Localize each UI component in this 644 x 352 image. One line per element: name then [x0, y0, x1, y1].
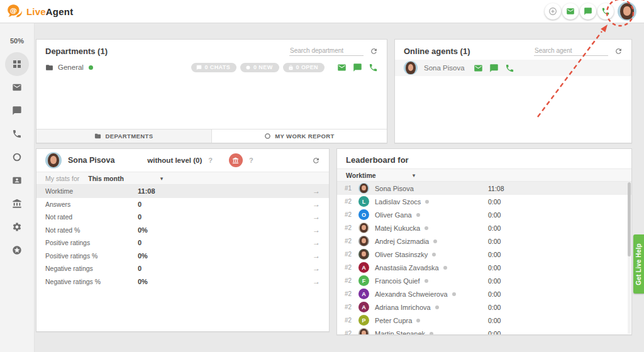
circle-icon — [245, 65, 251, 70]
user-avatar-button[interactable] — [618, 1, 638, 21]
sidebar-item-calls[interactable] — [0, 122, 35, 145]
refresh-icon[interactable] — [614, 47, 623, 55]
new-ticket-button[interactable] — [562, 3, 579, 19]
chat-icon[interactable] — [353, 63, 362, 72]
agent-name: Alexandra Schweierova — [375, 290, 448, 298]
department-row[interactable]: General 0 CHATS 0 NEW 0 OPEN — [36, 60, 387, 75]
leaderboard-row[interactable]: #2 Andrej Csizmadia 0:00 — [337, 234, 631, 248]
capacity-indicator: 50% — [10, 37, 24, 45]
sidebar-item-contacts[interactable] — [0, 168, 35, 192]
online-agent-row[interactable]: Sona Pisova — [395, 60, 631, 76]
stat-arrow-icon[interactable]: → — [313, 212, 320, 221]
stat-arrow-icon[interactable]: → — [313, 264, 320, 273]
stat-arrow-icon[interactable]: → — [313, 238, 320, 247]
metric-value: 11:08 — [488, 185, 504, 192]
rank-label: #2 — [345, 264, 358, 271]
rank-label: #2 — [345, 251, 358, 258]
metric-value: 0:00 — [488, 224, 501, 232]
sidebar-item-chats[interactable] — [0, 99, 35, 122]
departments-title: Departments (1) — [45, 47, 108, 56]
stat-label: Not rated — [45, 213, 72, 221]
leaderboard-row[interactable]: #2 P Peter Cupra 0:00 — [337, 314, 631, 327]
agent-avatar — [358, 328, 369, 335]
sidebar-item-help[interactable] — [0, 238, 35, 261]
refresh-icon[interactable] — [370, 47, 378, 55]
stat-arrow-icon[interactable]: → — [313, 277, 320, 286]
stat-row[interactable]: Negative ratings 0 → — [36, 262, 329, 275]
new-chat-button[interactable] — [580, 3, 596, 19]
add-button[interactable] — [545, 3, 561, 19]
stat-row[interactable]: Not rated 0 → — [36, 211, 329, 224]
phone-icon[interactable] — [369, 63, 378, 72]
sidebar-item-settings[interactable] — [0, 215, 35, 238]
chat-icon[interactable] — [489, 63, 499, 73]
caret-down-icon[interactable]: ▾ — [413, 172, 416, 179]
stat-value: 0% — [138, 226, 148, 234]
metric-value: 0:00 — [488, 238, 501, 245]
scrollbar-thumb[interactable] — [628, 182, 631, 256]
phone-icon[interactable] — [505, 63, 514, 73]
agent-avatar: A — [358, 289, 369, 299]
sidebar-item-sla[interactable] — [0, 145, 35, 168]
ring-icon — [264, 133, 271, 140]
get-live-help-tab[interactable]: Get Live Help — [633, 234, 644, 294]
stat-label: Negative ratings — [45, 265, 93, 272]
stat-row[interactable]: Negative ratings % 0% → — [36, 275, 329, 289]
scrollbar-track[interactable] — [628, 182, 631, 334]
online-agents-panel: Online agents (1) Sona Pisova — [394, 39, 632, 143]
logo-bubble-icon: @ — [6, 3, 23, 19]
leaderboard-row[interactable]: #2 A Adriana Imrichova 0:00 — [337, 300, 631, 314]
email-icon[interactable] — [474, 63, 483, 73]
metric-value: 0:00 — [488, 277, 501, 285]
agent-name: Oliver Stasinszky — [375, 251, 428, 258]
metric-value: 0:00 — [488, 290, 501, 298]
leaderboard-row[interactable]: #1 Sona Pisova 11:08 — [337, 182, 631, 195]
stat-arrow-icon[interactable]: → — [313, 251, 320, 260]
leaderboard-row[interactable]: #2 F Francois Quief 0:00 — [337, 274, 631, 287]
email-icon[interactable] — [337, 63, 347, 72]
department-search-input[interactable] — [289, 46, 364, 56]
metric-select[interactable]: Worktime — [346, 172, 376, 179]
stat-label: Positive ratings % — [45, 252, 97, 260]
stat-arrow-icon[interactable]: → — [313, 226, 320, 234]
rank-label: #2 — [345, 290, 358, 297]
ranking-badge — [229, 153, 243, 167]
liveagent-logo[interactable]: @ LiveAgent — [6, 3, 73, 19]
leaderboard-row[interactable]: #2 Martin Stepanek 0:00 — [337, 327, 631, 335]
leaderboard-row[interactable]: #2 A Anastasiia Zavadska 0:00 — [337, 261, 631, 274]
leaderboard-row[interactable]: #2 O Oliver Gana 0:00 — [337, 208, 631, 221]
period-select[interactable]: This month — [88, 175, 124, 182]
leaderboard-row[interactable]: #2 Oliver Stasinszky 0:00 — [337, 248, 631, 261]
stats-for-label: My stats for — [45, 175, 79, 182]
stat-row[interactable]: Not rated % 0% → — [36, 224, 329, 237]
sidebar-item-dashboard[interactable] — [0, 52, 35, 75]
stat-row[interactable]: Positive ratings % 0% → — [36, 250, 329, 263]
metric-value: 0:00 — [488, 211, 501, 219]
stat-arrow-icon[interactable]: → — [313, 200, 320, 209]
tab-departments[interactable]: DEPARTMENTS — [36, 129, 211, 143]
stat-row[interactable]: Answers 0 → — [36, 198, 329, 211]
sidebar-item-tickets[interactable] — [0, 75, 35, 99]
offline-status-dot — [416, 213, 420, 217]
agent-name: Anastasiia Zavadska — [375, 264, 439, 272]
leaderboard-row[interactable]: #2 A Alexandra Schweierova 0:00 — [337, 287, 631, 300]
refresh-icon[interactable] — [312, 157, 320, 165]
caret-down-icon[interactable]: ▾ — [160, 175, 164, 182]
stat-row[interactable]: Positive ratings 0 → — [36, 236, 329, 250]
email-icon — [12, 82, 22, 92]
leaderboard-row[interactable]: #2 L Ladislav Szocs 0:00 — [337, 195, 631, 208]
tab-my-work-report[interactable]: MY WORK REPORT — [211, 129, 387, 143]
stat-row[interactable]: Worktime 11:08 → — [36, 185, 329, 198]
chats-count-badge: 0 CHATS — [191, 63, 236, 72]
dashboard-grid-icon — [12, 59, 22, 69]
badge-help-icon[interactable]: ? — [249, 157, 253, 164]
rank-label: #2 — [345, 330, 358, 335]
offline-status-dot — [443, 266, 447, 270]
agent-search-input[interactable] — [534, 46, 608, 56]
level-help-icon[interactable]: ? — [208, 157, 213, 164]
sidebar-item-company[interactable] — [0, 192, 35, 215]
stat-arrow-icon[interactable]: → — [313, 187, 320, 195]
new-call-button[interactable] — [597, 3, 614, 19]
leaderboard-row[interactable]: #2 Matej Kukucka 0:00 — [337, 221, 631, 234]
agent-name: Ladislav Szocs — [375, 198, 421, 206]
